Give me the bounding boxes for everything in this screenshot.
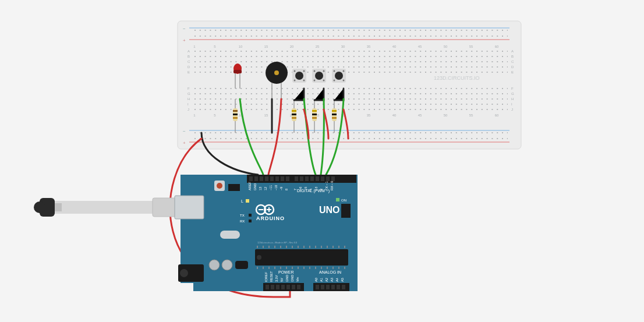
- svg-text:25: 25: [316, 45, 320, 48]
- svg-text:H: H: [511, 97, 514, 101]
- rail-minus-top: −: [183, 26, 186, 31]
- svg-text:30: 30: [341, 45, 345, 48]
- svg-point-76: [294, 70, 296, 72]
- led-tx-label: TX: [240, 214, 245, 217]
- svg-text:2: 2: [320, 189, 323, 190]
- svg-text:15: 15: [264, 114, 268, 117]
- svg-text:7: 7: [293, 189, 297, 190]
- analog-label: ANALOG IN: [319, 270, 341, 274]
- svg-point-71: [274, 70, 279, 75]
- svg-text:C: C: [187, 60, 190, 63]
- rail-plus-top: +: [183, 38, 186, 43]
- svg-rect-128: [265, 176, 268, 181]
- led-l-label: L: [241, 199, 243, 203]
- svg-rect-117: [175, 196, 204, 219]
- svg-rect-137: [316, 176, 319, 181]
- svg-text:E: E: [187, 70, 190, 74]
- svg-text:IOREF: IOREF: [264, 272, 268, 282]
- svg-rect-166: [255, 249, 348, 266]
- svg-text:4: 4: [309, 189, 313, 190]
- svg-text:J: J: [511, 108, 513, 111]
- led-rx-label: RX: [240, 220, 245, 223]
- svg-text:60: 60: [495, 114, 499, 117]
- svg-rect-213: [316, 285, 319, 289]
- svg-rect-129: [270, 176, 274, 181]
- svg-text:15: 15: [264, 45, 268, 48]
- svg-rect-105: [312, 114, 317, 115]
- board-footer: 123d.circuits.io - Made in EP - Rev 3.0: [257, 241, 298, 244]
- brand-text: ARDUINO: [256, 215, 285, 221]
- svg-text:RESET: RESET: [270, 271, 273, 282]
- svg-point-87: [335, 72, 343, 80]
- svg-text:20: 20: [290, 45, 294, 48]
- svg-text:GND: GND: [285, 275, 289, 282]
- pushbutton-2[interactable]: [312, 69, 326, 83]
- svg-rect-109: [332, 110, 337, 112]
- svg-rect-207: [271, 285, 274, 289]
- svg-text:~10: ~10: [274, 185, 278, 190]
- svg-point-121: [217, 183, 222, 189]
- svg-text:10: 10: [239, 45, 243, 48]
- watermark-text: 123D.CIRCUITS.IO: [434, 75, 480, 81]
- svg-rect-131: [281, 176, 284, 181]
- svg-rect-101: [292, 117, 296, 119]
- svg-text:A5: A5: [341, 278, 344, 282]
- svg-text:GND: GND: [291, 275, 294, 282]
- svg-rect-1: [178, 21, 521, 149]
- svg-text:D: D: [187, 65, 190, 69]
- on-led-label: ON: [341, 199, 346, 202]
- svg-rect-206: [266, 285, 269, 289]
- svg-rect-122: [228, 184, 240, 191]
- svg-rect-110: [332, 114, 337, 115]
- rail-plus-bot: +: [183, 140, 186, 146]
- svg-rect-99: [292, 110, 296, 112]
- svg-text:G: G: [511, 92, 514, 95]
- svg-point-199: [257, 255, 261, 260]
- svg-rect-217: [337, 285, 340, 289]
- reset-button[interactable]: [214, 181, 225, 191]
- svg-point-78: [294, 80, 296, 82]
- svg-rect-67: [233, 70, 242, 73]
- svg-rect-134: [300, 176, 303, 181]
- svg-text:~9: ~9: [279, 187, 283, 190]
- svg-rect-135: [305, 176, 309, 181]
- svg-text:~6: ~6: [299, 187, 302, 190]
- svg-text:Vin: Vin: [296, 277, 299, 282]
- svg-text:50: 50: [444, 114, 448, 117]
- svg-text:13: 13: [259, 187, 262, 190]
- svg-rect-112: [47, 201, 160, 214]
- svg-point-115: [34, 201, 45, 213]
- svg-rect-212: [297, 285, 300, 289]
- svg-text:A4: A4: [335, 278, 339, 282]
- svg-text:A1: A1: [320, 278, 323, 282]
- svg-rect-202: [235, 261, 248, 269]
- svg-rect-211: [292, 285, 295, 289]
- breadboard: − + − +: [178, 21, 521, 149]
- rail-minus-bot: −: [183, 129, 186, 134]
- svg-rect-111: [332, 117, 337, 119]
- svg-rect-116: [55, 203, 62, 211]
- svg-point-200: [209, 260, 220, 270]
- svg-rect-218: [342, 285, 345, 289]
- model-text: UNO: [319, 205, 340, 215]
- svg-point-82: [314, 70, 316, 72]
- svg-text:D: D: [511, 65, 514, 69]
- svg-rect-208: [276, 285, 279, 289]
- svg-rect-158: [249, 214, 252, 217]
- svg-point-81: [315, 72, 323, 80]
- svg-rect-209: [281, 285, 285, 289]
- svg-rect-100: [292, 114, 296, 115]
- pushbutton-3[interactable]: [332, 69, 346, 83]
- svg-rect-132: [286, 176, 289, 181]
- pushbutton-1[interactable]: [292, 69, 306, 83]
- svg-text:RX←0: RX←0: [330, 181, 334, 190]
- svg-rect-133: [295, 176, 298, 181]
- svg-rect-165: [336, 198, 339, 201]
- svg-rect-96: [233, 117, 238, 119]
- svg-text:5V: 5V: [280, 278, 284, 282]
- svg-text:45: 45: [418, 114, 422, 117]
- svg-text:GND: GND: [253, 183, 257, 190]
- svg-rect-216: [331, 285, 335, 289]
- svg-text:45: 45: [418, 45, 422, 48]
- svg-text:A: A: [187, 49, 190, 53]
